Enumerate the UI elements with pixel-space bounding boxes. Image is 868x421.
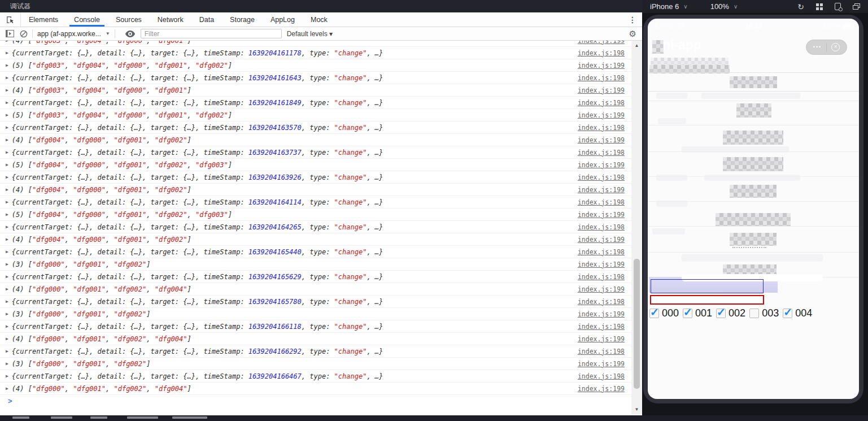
source-link[interactable]: index.js:199 xyxy=(578,335,631,343)
source-link[interactable]: index.js:198 xyxy=(578,273,631,281)
scrollbar-thumb[interactable] xyxy=(634,259,640,389)
device-selector[interactable]: iPhone 6 ∨ xyxy=(650,2,688,11)
focused-input[interactable] xyxy=(651,279,764,293)
console-row-array[interactable]: ▶(4) ["dfg004", "dfg000", "dfg001", "dfg… xyxy=(0,134,631,146)
tab-storage[interactable]: Storage xyxy=(222,12,263,27)
source-link[interactable]: index.js:198 xyxy=(578,198,631,206)
clear-console-icon[interactable] xyxy=(20,30,28,38)
source-link[interactable]: index.js:198 xyxy=(578,149,631,157)
scroll-up-icon[interactable]: ▲ xyxy=(631,42,642,50)
source-link[interactable]: index.js:199 xyxy=(578,62,631,70)
source-link[interactable]: index.js:199 xyxy=(578,285,631,293)
console-row-event[interactable]: ▶{currentTarget: {…}, detail: {…}, targe… xyxy=(0,345,631,358)
log-levels-selector[interactable]: Default levels ▾ xyxy=(287,30,333,38)
execution-context-selector[interactable]: app (af-appx.worke... ▼ xyxy=(37,30,110,38)
console-row-array[interactable]: ▶(3) ["dfg000", "dfg001", "dfg002"]index… xyxy=(0,308,631,320)
console-row-event[interactable]: ▶{currentTarget: {…}, detail: {…}, targe… xyxy=(0,47,631,59)
source-link[interactable]: index.js:199 xyxy=(578,261,631,268)
console-row-array[interactable]: ▶(5) ["dfg003", "dfg004", "dfg000", "dfg… xyxy=(0,59,631,72)
console-row-array[interactable]: ▶(4) ["dfg003", "dfg004", "dfg000", "dfg… xyxy=(0,84,631,97)
source-link[interactable]: index.js:198 xyxy=(578,173,631,181)
console-row-array[interactable]: ▶(5) ["dfg003", "dfg004", "dfg000", "dfg… xyxy=(0,109,631,121)
source-link[interactable]: index.js:199 xyxy=(578,111,631,119)
checkbox-000[interactable]: ✓ xyxy=(649,309,659,318)
checkbox-003[interactable] xyxy=(749,309,759,318)
checkbox-002[interactable]: ✓ xyxy=(716,309,726,318)
inspect-element-button[interactable] xyxy=(0,12,21,27)
source-link[interactable]: index.js:198 xyxy=(578,298,631,306)
tab-console[interactable]: Console xyxy=(66,12,108,27)
console-row-event[interactable]: ▶{currentTarget: {…}, detail: {…}, targe… xyxy=(0,72,631,84)
source-link[interactable]: index.js:199 xyxy=(578,236,631,244)
console-row-array[interactable]: ▶(5) ["dfg004", "dfg000", "dfg001", "dfg… xyxy=(0,209,631,221)
tab-sources[interactable]: Sources xyxy=(108,12,150,27)
console-settings-gear-icon[interactable]: ⚙ xyxy=(629,29,642,39)
capsule-close-icon[interactable]: × xyxy=(831,43,840,51)
filter-input[interactable] xyxy=(141,29,282,38)
console-row-event[interactable]: ▶{currentTarget: {…}, detail: {…}, targe… xyxy=(0,97,631,109)
live-expression-eye-icon[interactable] xyxy=(125,31,135,37)
console-scrollbar[interactable]: ▲ ▼ xyxy=(631,41,642,415)
console-row-event[interactable]: ▶{currentTarget: {…}, detail: {…}, targe… xyxy=(0,271,631,283)
tab-network[interactable]: Network xyxy=(150,12,191,27)
source-link[interactable]: index.js:199 xyxy=(578,41,631,45)
windows-stack-icon[interactable] xyxy=(853,3,860,10)
source-link[interactable]: index.js:199 xyxy=(578,360,631,368)
clipped-statusbar-text xyxy=(51,416,72,419)
console-row-array[interactable]: ▶(4) ["dfg004", "dfg000", "dfg001", "dfg… xyxy=(0,233,631,246)
source-link[interactable]: index.js:199 xyxy=(578,310,631,318)
source-link[interactable]: index.js:198 xyxy=(578,248,631,256)
console-row-array[interactable]: ▶(4) ["dfg000", "dfg001", "dfg002", "dfg… xyxy=(0,333,631,345)
source-link[interactable]: index.js:198 xyxy=(578,99,631,107)
source-link[interactable]: index.js:199 xyxy=(578,161,631,169)
tab-applog[interactable]: AppLog xyxy=(263,12,303,27)
checkbox-004[interactable]: ✓ xyxy=(783,309,792,318)
console-prompt-row[interactable]: > xyxy=(0,395,631,406)
tab-mock[interactable]: Mock xyxy=(303,12,335,27)
source-link[interactable]: index.js:198 xyxy=(578,348,631,355)
zoom-selector[interactable]: 100% ∨ xyxy=(710,2,738,11)
console-row-event[interactable]: ▶{currentTarget: {…}, detail: {…}, targe… xyxy=(0,370,631,383)
source-link[interactable]: index.js:198 xyxy=(578,124,631,132)
console-row-event[interactable]: ▶{currentTarget: {…}, detail: {…}, targe… xyxy=(0,246,631,258)
red-bordered-input[interactable] xyxy=(650,295,764,305)
console-row-event[interactable]: ▶{currentTarget: {…}, detail: {…}, targe… xyxy=(0,121,631,134)
source-link[interactable]: index.js:199 xyxy=(578,136,631,144)
console-row-event[interactable]: ▶{currentTarget: {…}, detail: {…}, targe… xyxy=(0,296,631,308)
source-link[interactable]: index.js:198 xyxy=(578,49,631,57)
console-row-array[interactable]: ▶(4) ["dfg000", "dfg001", "dfg002", "dfg… xyxy=(0,383,631,395)
source-link[interactable]: index.js:198 xyxy=(578,323,631,331)
console-sidebar-toggle-icon[interactable] xyxy=(6,30,14,37)
grid-view-icon[interactable] xyxy=(816,3,823,10)
console-row-array[interactable]: ▶(4) ["dfg000", "dfg001", "dfg002", "dfg… xyxy=(0,283,631,296)
console-row-array[interactable]: ▶(3) ["dfg000", "dfg001", "dfg002"]index… xyxy=(0,358,631,370)
more-options-icon[interactable]: ⋮ xyxy=(623,12,642,27)
source-link[interactable]: index.js:198 xyxy=(578,223,631,231)
console-row-event[interactable]: ▶{currentTarget: {…}, detail: {…}, targe… xyxy=(0,221,631,233)
console-row-array[interactable]: ▶(4) ["dfg004", "dfg000", "dfg001", "dfg… xyxy=(0,184,631,196)
console-row-event[interactable]: ▶{currentTarget: {…}, detail: {…}, targe… xyxy=(0,196,631,209)
tab-elements[interactable]: Elements xyxy=(21,12,66,27)
scroll-down-icon[interactable]: ▼ xyxy=(631,406,642,414)
console-row-event[interactable]: ▶{currentTarget: {…}, detail: {…}, targe… xyxy=(0,146,631,159)
capsule-more-icon[interactable]: ••• xyxy=(813,45,822,50)
check-icon: ✓ xyxy=(783,306,792,319)
censored-block xyxy=(723,131,783,145)
console-row-array[interactable]: ▶(3) ["dfg000", "dfg001", "dfg002"]index… xyxy=(0,258,631,271)
tab-data[interactable]: Data xyxy=(191,12,222,27)
device-settings-icon[interactable] xyxy=(835,3,841,10)
source-link[interactable]: index.js:199 xyxy=(578,211,631,219)
source-link[interactable]: index.js:199 xyxy=(578,186,631,194)
source-link[interactable]: index.js:198 xyxy=(578,372,631,380)
source-link[interactable]: index.js:198 xyxy=(578,74,631,82)
console-row-array[interactable]: ▶(4) ["dfg003", "dfg004", "dfg000", "dfg… xyxy=(0,41,631,47)
console-row-array[interactable]: ▶(5) ["dfg004", "dfg000", "dfg001", "dfg… xyxy=(0,159,631,171)
refresh-icon[interactable]: ↻ xyxy=(797,3,804,11)
source-link[interactable]: index.js:199 xyxy=(578,385,631,393)
source-link[interactable]: index.js:199 xyxy=(578,86,631,94)
checkbox-001[interactable]: ✓ xyxy=(683,309,692,318)
list-divider xyxy=(648,252,859,253)
console-row-event[interactable]: ▶{currentTarget: {…}, detail: {…}, targe… xyxy=(0,171,631,184)
console-row-event[interactable]: ▶{currentTarget: {…}, detail: {…}, targe… xyxy=(0,320,631,333)
check-icon: ✓ xyxy=(717,306,726,319)
